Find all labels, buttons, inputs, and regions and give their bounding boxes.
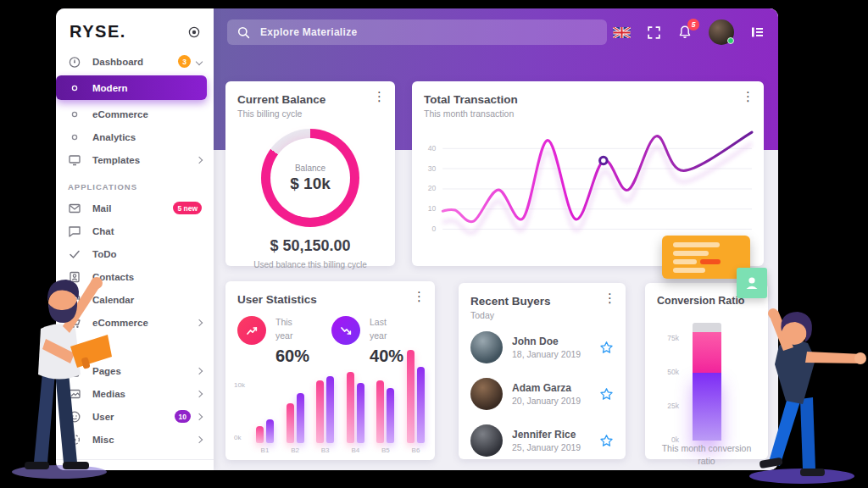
target-icon <box>68 433 81 446</box>
bar-group-B5: B5 <box>376 341 394 455</box>
chevron-right-icon <box>196 435 203 442</box>
fullscreen-icon[interactable] <box>647 25 661 40</box>
card-subtitle: This month transaction <box>424 108 752 119</box>
sidebar-item-contacts[interactable]: Contacts <box>56 265 214 288</box>
conversion-stacked-bar <box>693 320 721 441</box>
sidebar-pin-icon[interactable] <box>188 26 200 38</box>
user-avatar[interactable] <box>709 19 734 45</box>
kebab-menu-icon[interactable]: ⋮ <box>373 90 386 103</box>
card-subtitle: Today <box>470 310 614 320</box>
navbar-icons: 5 <box>613 19 765 45</box>
sidebar-item-label: Dashboard <box>92 57 143 67</box>
chevron-right-icon <box>196 390 203 396</box>
bar-this-year <box>316 380 324 443</box>
bar-last-year <box>417 367 425 443</box>
buyer-name: Adam Garza <box>512 382 581 394</box>
sidebar-item-analytics[interactable]: Analytics <box>56 125 214 148</box>
cart-icon <box>68 316 81 330</box>
bar-last-year <box>387 388 394 443</box>
sidebar-item-label: eCommerce <box>92 109 148 119</box>
monitor-icon <box>68 153 81 167</box>
bar-this-year <box>287 403 294 443</box>
sidebar-item-ecommerce[interactable]: eCommerce <box>56 103 214 125</box>
notifications-bell-icon[interactable]: 5 <box>677 25 693 40</box>
sidebar-item-label: Misc <box>92 435 114 445</box>
balance-donut-chart: Balance $ 10k <box>261 129 359 227</box>
bar-group-B3: B3 <box>316 341 334 455</box>
conversion-bar-chart: 75k50k25k0k <box>645 320 768 442</box>
sidebar-item-misc[interactable]: Misc <box>56 428 214 451</box>
buyer-avatar <box>470 424 503 457</box>
star-icon[interactable] <box>599 341 614 355</box>
sidebar-item-calendar[interactable]: Calendar <box>56 288 214 311</box>
sidebar-badge: 5 new <box>173 202 202 214</box>
card-title: Total Transaction <box>424 93 752 106</box>
buyer-name: John Doe <box>512 336 581 347</box>
contacts-icon <box>68 270 81 284</box>
decorative-red-line <box>700 259 721 264</box>
person-icon <box>743 274 760 291</box>
search-input[interactable] <box>260 26 597 38</box>
kebab-menu-icon[interactable]: ⋮ <box>742 90 754 103</box>
buyer-avatar <box>470 378 503 410</box>
sidebar-item-modern[interactable]: Modern <box>56 75 207 100</box>
sidebar: RYSE. Dashboard3ModerneCommerceAnalytics… <box>56 8 214 470</box>
bar-group-B6: B6 <box>407 341 425 455</box>
sidebar-item-label: Templates <box>92 155 140 165</box>
star-icon[interactable] <box>599 434 614 448</box>
kebab-menu-icon[interactable]: ⋮ <box>413 290 426 302</box>
decorative-line <box>673 259 697 264</box>
user-statistics-card: User Statistics ⋮ Thisyear60%Lastyear40%… <box>225 281 435 460</box>
sidebar-item-label: Mail <box>92 203 111 214</box>
bar-category-label: B5 <box>381 446 390 455</box>
bar-this-year <box>376 380 384 443</box>
conversion-tick: 75k <box>657 334 679 342</box>
conversion-value: 62% <box>645 468 768 470</box>
conversion-tick: 25k <box>657 402 679 410</box>
card-title: Current Balance <box>237 93 383 106</box>
top-navbar: 5 <box>214 8 778 56</box>
sidebar-item-ecommerce[interactable]: eCommerce <box>56 311 214 334</box>
bar-last-year <box>266 419 274 443</box>
sidebar-item-mail[interactable]: Mail5 new <box>56 197 214 219</box>
right-panel-toggle-icon[interactable] <box>750 25 765 39</box>
bar-last-year <box>326 376 334 443</box>
svg-text:0: 0 <box>431 225 436 233</box>
bar-category-label: B6 <box>412 446 420 455</box>
buyer-date: 20, January 2019 <box>512 396 581 406</box>
decorative-line <box>673 268 705 273</box>
bar-category-label: B1 <box>261 446 270 455</box>
search-box[interactable] <box>227 19 607 45</box>
sidebar-item-chat[interactable]: Chat <box>56 219 214 242</box>
sidebar-item-label: Contacts <box>92 272 134 282</box>
sidebar-item-pages[interactable]: Pages <box>56 359 214 382</box>
online-status-dot <box>727 37 734 44</box>
app-logo: RYSE. <box>70 22 126 42</box>
bar-group-B2: B2 <box>287 341 304 455</box>
language-flag-icon[interactable] <box>613 27 631 38</box>
dot-icon <box>68 81 81 95</box>
sidebar-section-user-interface: USER INTERFACE <box>56 459 214 470</box>
bar-this-year <box>347 372 354 443</box>
bar-category-label: B2 <box>291 446 299 455</box>
sidebar-item-dashboard[interactable]: Dashboard3 <box>56 50 214 73</box>
balance-amount: $ 50,150.00 <box>225 237 395 255</box>
star-icon[interactable] <box>599 387 614 402</box>
sidebar-badge: 3 <box>178 55 191 68</box>
sidebar-item-user[interactable]: User10 <box>56 405 214 428</box>
sidebar-item-medias[interactable]: Medias <box>56 382 214 405</box>
sidebar-badge: 10 <box>175 410 191 423</box>
kebab-menu-icon[interactable]: ⋮ <box>604 291 616 304</box>
search-icon <box>237 26 250 39</box>
bar-group-B4: B4 <box>347 341 364 455</box>
decorative-user-card <box>737 268 767 298</box>
sidebar-item-templates[interactable]: Templates <box>56 148 214 171</box>
check-icon <box>68 247 81 261</box>
sidebar-item-label: Chat <box>92 226 114 236</box>
buyers-list: John Doe18, January 2019Adam Garza20, Ja… <box>459 324 626 463</box>
conversion-ratio-card: Conversion Ratio 75k50k25k0k This month … <box>645 283 768 459</box>
svg-text:10: 10 <box>428 204 437 213</box>
sidebar-item-todo[interactable]: ToDo <box>56 242 214 265</box>
donut-center: Balance $ 10k <box>270 138 350 218</box>
sidebar-item-label: Pages <box>92 366 121 376</box>
